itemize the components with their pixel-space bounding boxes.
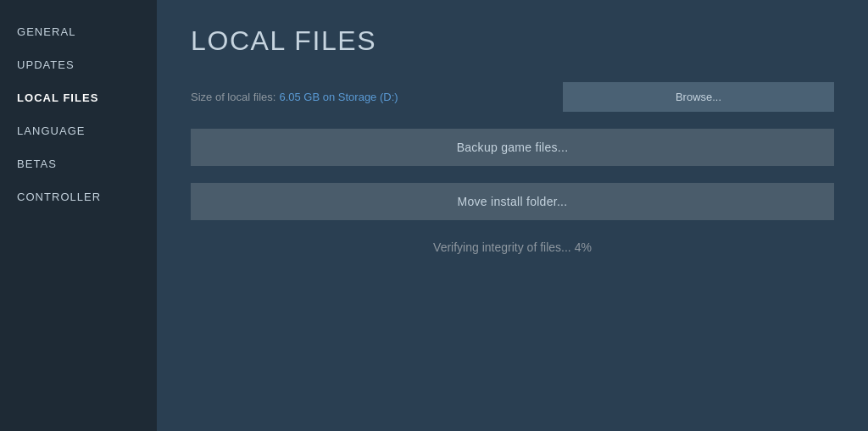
main-content: LOCAL FILES Size of local files: 6.05 GB… [157, 0, 868, 431]
move-install-button[interactable]: Move install folder... [191, 183, 834, 220]
file-size-row: Size of local files: 6.05 GB on Storage … [191, 82, 834, 112]
sidebar-item-language[interactable]: LANGUAGE [0, 116, 157, 146]
status-text: Verifying integrity of files... 4% [191, 240, 834, 254]
sidebar-item-local-files[interactable]: LOCAL FILES [0, 83, 157, 113]
sidebar-item-general[interactable]: GENERAL [0, 17, 157, 47]
page-title: LOCAL FILES [191, 25, 834, 57]
file-size-label: Size of local files: [191, 91, 275, 103]
browse-button[interactable]: Browse... [563, 82, 834, 112]
sidebar-item-betas[interactable]: BETAS [0, 149, 157, 179]
sidebar-item-controller[interactable]: CONTROLLER [0, 182, 157, 212]
file-size-value: 6.05 GB on Storage (D:) [279, 91, 398, 103]
file-info: Size of local files: 6.05 GB on Storage … [191, 91, 563, 103]
sidebar: GENERAL UPDATES LOCAL FILES LANGUAGE BET… [0, 0, 157, 431]
sidebar-item-updates[interactable]: UPDATES [0, 50, 157, 80]
backup-button[interactable]: Backup game files... [191, 129, 834, 166]
